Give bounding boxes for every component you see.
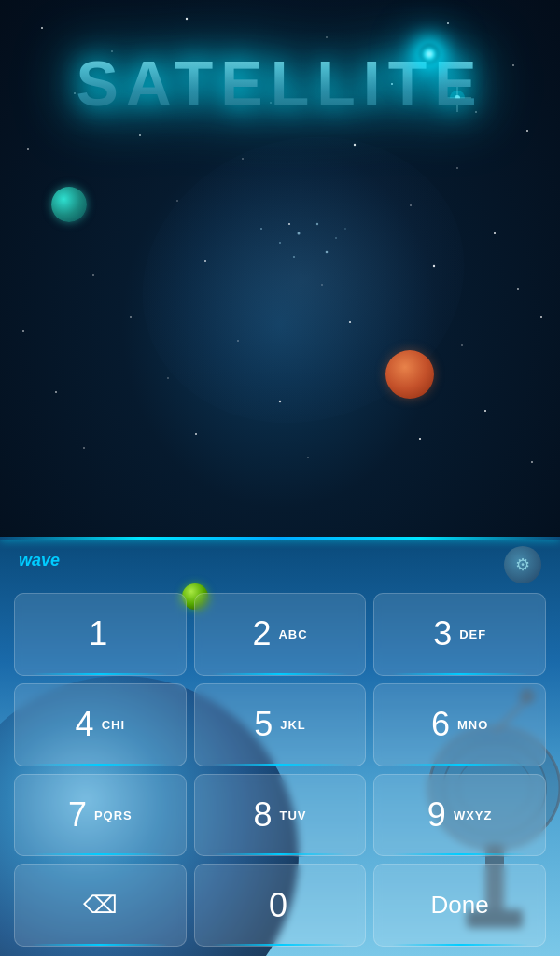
svg-point-0 bbox=[41, 27, 43, 29]
glow-line bbox=[0, 537, 560, 540]
key-4-letters: CHI bbox=[102, 718, 125, 732]
svg-point-3 bbox=[326, 36, 327, 37]
svg-point-28 bbox=[130, 316, 132, 318]
title-glare bbox=[420, 45, 439, 63]
key-9[interactable]: 9 WXYZ bbox=[373, 774, 546, 857]
svg-point-21 bbox=[494, 232, 496, 234]
svg-point-37 bbox=[484, 410, 486, 412]
svg-point-2 bbox=[186, 18, 188, 20]
svg-point-26 bbox=[517, 288, 519, 290]
done-label: Done bbox=[431, 891, 489, 920]
key-4[interactable]: 4 CHI bbox=[14, 683, 187, 766]
svg-point-39 bbox=[195, 433, 197, 435]
svg-point-11 bbox=[27, 148, 29, 150]
key-3-letters: DEF bbox=[459, 627, 486, 641]
svg-point-42 bbox=[531, 461, 533, 463]
svg-point-27 bbox=[22, 330, 24, 332]
key-1-number: 1 bbox=[89, 617, 107, 651]
key-2-letters: ABC bbox=[278, 627, 307, 641]
svg-point-12 bbox=[139, 134, 141, 136]
done-button[interactable]: Done bbox=[373, 864, 546, 947]
key-5-letters: JKL bbox=[280, 718, 306, 732]
app-title: SATELLITE bbox=[0, 47, 560, 120]
key-2-number: 2 bbox=[252, 617, 271, 651]
settings-button[interactable]: ⚙ bbox=[504, 546, 541, 583]
planet-teal bbox=[51, 187, 87, 222]
key-0[interactable]: 0 bbox=[194, 864, 367, 947]
key-3[interactable]: 3 DEF bbox=[373, 593, 546, 676]
svg-point-41 bbox=[419, 438, 421, 440]
key-8[interactable]: 8 TUV bbox=[194, 774, 367, 857]
svg-point-31 bbox=[461, 344, 463, 346]
key-8-number: 8 bbox=[253, 798, 272, 832]
key-7[interactable]: 7 PQRS bbox=[14, 774, 187, 857]
key-6-number: 6 bbox=[431, 708, 450, 741]
key-2[interactable]: 2 ABC bbox=[194, 593, 367, 676]
key-7-letters: PQRS bbox=[94, 808, 133, 822]
delete-icon: ⌫ bbox=[83, 891, 118, 920]
svg-point-40 bbox=[307, 457, 308, 457]
svg-point-34 bbox=[167, 377, 168, 378]
planet-mars bbox=[385, 350, 434, 399]
svg-point-15 bbox=[456, 167, 458, 169]
key-6-letters: MNO bbox=[457, 718, 488, 732]
key-6[interactable]: 6 MNO bbox=[373, 683, 546, 766]
numpad: 1 2 ABC 3 DEF 4 CHI bbox=[14, 593, 546, 947]
keyboard-section: wave ⚙ 1 2 ABC 3 DEF bbox=[0, 537, 560, 956]
key-0-number: 0 bbox=[269, 889, 287, 922]
gear-icon: ⚙ bbox=[515, 555, 530, 575]
svg-point-16 bbox=[526, 130, 528, 132]
key-1[interactable]: 1 bbox=[14, 593, 187, 676]
key-5[interactable]: 5 JKL bbox=[194, 683, 367, 766]
delete-button[interactable]: ⌫ bbox=[14, 864, 187, 947]
svg-point-4 bbox=[447, 22, 449, 24]
key-7-number: 7 bbox=[68, 798, 87, 832]
key-4-number: 4 bbox=[76, 708, 94, 741]
svg-point-38 bbox=[83, 447, 85, 449]
space-background: SATELLITE bbox=[0, 0, 560, 541]
svg-point-32 bbox=[540, 316, 542, 318]
svg-point-33 bbox=[55, 391, 57, 393]
key-9-number: 9 bbox=[427, 798, 446, 832]
key-5-number: 5 bbox=[254, 708, 273, 741]
svg-point-22 bbox=[92, 274, 94, 276]
wave-brand: wave bbox=[19, 551, 60, 570]
key-9-letters: WXYZ bbox=[454, 808, 493, 822]
key-8-letters: TUV bbox=[280, 808, 307, 822]
key-3-number: 3 bbox=[433, 617, 452, 651]
